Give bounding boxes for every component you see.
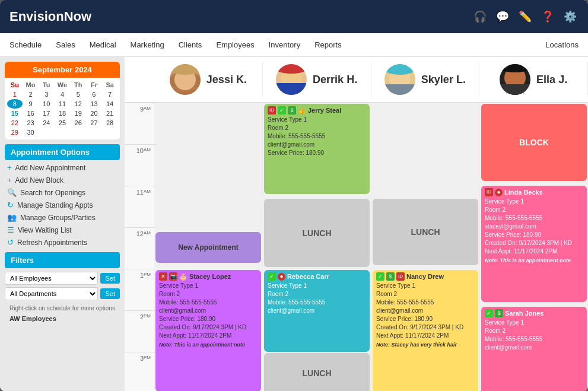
cal-day-15[interactable]: 15 xyxy=(7,109,23,118)
staff-col-jessi: Jessi K. xyxy=(154,62,263,97)
email: staceyl@gmail.com xyxy=(485,222,583,231)
calendar-week1: 1 2 3 4 5 6 7 xyxy=(7,90,117,99)
appt-linda-becks[interactable]: ID ● Linda Becks Service Type 1 Room 2 M… xyxy=(481,186,587,302)
cal-day[interactable]: 18 xyxy=(55,109,70,118)
client-name: Sarah Jones xyxy=(505,310,543,317)
nav-clients[interactable]: Clients xyxy=(179,36,202,54)
price: Service Price: 180.90 xyxy=(159,315,258,323)
appt-rebecca-carr[interactable]: ✓ ● Rebecca Carr Service Type 1 Room 2 M… xyxy=(264,270,370,352)
manage-standing-option[interactable]: ↻ Manage Standing Appts xyxy=(0,199,125,211)
appt-sarah-jones[interactable]: ✓ $ Sarah Jones Service Type 1 Room 2 Mo… xyxy=(481,307,587,391)
question-icon[interactable]: ❓ xyxy=(539,8,556,25)
cal-day[interactable]: 4 xyxy=(55,90,70,99)
refresh-option[interactable]: ↺ Refresh Appointments xyxy=(0,236,125,249)
sidebar: September 2024 Su Mo Tu We Th Fr Sa 1 2 xyxy=(0,57,125,391)
chat-icon[interactable]: 💬 xyxy=(494,8,511,25)
view-waiting-option[interactable]: ☰ View Waiting List xyxy=(0,224,125,236)
client-name: Linda Becks xyxy=(504,189,543,196)
cal-day[interactable]: 19 xyxy=(71,109,86,118)
appt-jerry-steal[interactable]: ID ✓ $ 👍 Jerry Steal Service Type 1 Room… xyxy=(264,104,370,194)
next-appt: Next Appt: 11/17/2024 2PM xyxy=(376,332,475,340)
department-filter-set-button[interactable]: Set xyxy=(100,288,120,299)
price: Service Price: 180.90 xyxy=(485,231,583,239)
cal-day[interactable]: 22 xyxy=(7,118,23,128)
nav-reports[interactable]: Reports xyxy=(314,36,342,54)
nav-medical[interactable]: Medical xyxy=(90,36,116,54)
id-icon: ID xyxy=(396,272,405,281)
employee-filter-set-button[interactable]: Set xyxy=(100,273,120,284)
staff-col-2: LUNCH ✓ $ ID Nancy Drew Service Typ xyxy=(371,103,480,391)
aw-employees-label: AW Employees xyxy=(5,314,120,323)
price: Service Price: 180.90 xyxy=(376,315,475,323)
green-check-icon: ✓ xyxy=(376,272,384,281)
cal-day[interactable]: 10 xyxy=(39,99,54,109)
cal-day[interactable]: 2 xyxy=(23,90,39,99)
cal-day[interactable]: 1 xyxy=(7,90,23,99)
manage-groups-label: Manage Groups/Parties xyxy=(20,214,96,222)
cal-day[interactable]: 21 xyxy=(102,109,117,118)
cal-day[interactable]: 13 xyxy=(87,99,102,109)
nav-sales[interactable]: Sales xyxy=(56,36,75,54)
headset-icon[interactable]: 🎧 xyxy=(472,8,488,25)
staff-name-jessi: Jessi K. xyxy=(206,74,247,86)
nav-locations[interactable]: Locations xyxy=(545,36,579,54)
staff-col-ella: Ella J. xyxy=(479,62,588,97)
add-new-block-option[interactable]: + Add New Block xyxy=(0,174,125,186)
edit-icon[interactable]: ✏️ xyxy=(517,8,533,25)
next-appt: Next Appt: 11/17/2024 2PM xyxy=(159,332,258,340)
manage-groups-option[interactable]: 👥 Manage Groups/Parties xyxy=(0,211,125,224)
add-new-appointment-label: Add New Appointment xyxy=(15,164,86,172)
department-filter-select[interactable]: All Departments xyxy=(5,287,98,300)
cal-day-8[interactable]: 8 xyxy=(7,99,23,109)
email: client@gmail.com xyxy=(268,141,366,149)
cal-day[interactable]: 20 xyxy=(87,109,102,118)
cal-day[interactable]: 30 xyxy=(23,128,39,137)
appt-stacey-lopez[interactable]: ✕ 📷 🎂 Stacey Lopez Service Type 1 Room 2… xyxy=(155,270,261,391)
appt-new-appointment[interactable]: New Appointment xyxy=(155,232,261,263)
calendar-grid: Su Mo Tu We Th Fr Sa 1 2 3 4 5 6 xyxy=(5,78,120,139)
nav-schedule[interactable]: Schedule xyxy=(9,36,42,54)
cal-day[interactable]: 3 xyxy=(39,90,54,99)
appt-header: ✕ 📷 🎂 Stacey Lopez xyxy=(159,272,258,281)
nav-marketing[interactable]: Marketing xyxy=(131,36,164,54)
view-waiting-label: View Waiting List xyxy=(18,226,72,234)
employee-filter-select[interactable]: All Employees xyxy=(5,272,98,285)
search-openings-option[interactable]: 🔍 Search for Openings xyxy=(0,186,125,199)
created: Created On: 9/17/2024 3PM | KD xyxy=(159,323,258,332)
time-12pm: 12AM xyxy=(125,227,154,269)
cal-day[interactable]: 17 xyxy=(39,109,54,118)
cal-day[interactable]: 24 xyxy=(39,118,54,128)
manage-standing-label: Manage Standing Appts xyxy=(17,201,93,209)
id-icon: ID xyxy=(268,106,276,115)
cal-day[interactable]: 6 xyxy=(87,90,102,99)
thumb-icon: 👍 xyxy=(298,107,306,115)
appt-nancy-drew[interactable]: ✓ $ ID Nancy Drew Service Type 1 Room 2 … xyxy=(373,270,478,391)
main-layout: September 2024 Su Mo Tu We Th Fr Sa 1 2 xyxy=(0,57,588,391)
appt-body: Service Type 1 Room 2 Mobile: 555-555-55… xyxy=(159,282,258,349)
cal-day[interactable]: 14 xyxy=(102,99,117,109)
gear-icon[interactable]: ⚙️ xyxy=(562,8,579,25)
staff-col-3: BLOCK ID ● Linda Becks Service Type 1 xyxy=(480,103,588,391)
add-new-appointment-option[interactable]: + Add New Appointment xyxy=(0,161,125,174)
cal-day[interactable]: 16 xyxy=(23,109,39,118)
cal-day[interactable]: 23 xyxy=(23,118,39,128)
cal-day[interactable]: 27 xyxy=(87,118,102,128)
time-column: 9AM 10AM 11AM 12AM 1PM 2PM 3PM 4PM 5PM 6… xyxy=(125,103,154,391)
department-filter-row: All Departments Set xyxy=(5,287,120,300)
columns-container: New Appointment ✕ 📷 🎂 Stacey Lopez xyxy=(154,103,588,391)
cal-day[interactable]: 12 xyxy=(71,99,86,109)
cal-day[interactable]: 29 xyxy=(7,128,23,137)
nav-inventory[interactable]: Inventory xyxy=(269,36,300,54)
cal-day[interactable]: 5 xyxy=(71,90,86,99)
cal-day[interactable]: 7 xyxy=(102,90,117,99)
cal-day[interactable]: 9 xyxy=(23,99,39,109)
staff-header: Jessi K. Derrik H. xyxy=(125,57,588,103)
cal-day[interactable]: 11 xyxy=(55,99,70,109)
cal-day[interactable]: 25 xyxy=(55,118,70,128)
cal-day[interactable]: 26 xyxy=(71,118,86,128)
cal-day[interactable]: 28 xyxy=(102,118,117,128)
nav-employees[interactable]: Employees xyxy=(216,36,254,54)
room: Room 2 xyxy=(159,290,258,298)
appt-body: Service Type 1 Room 2 Mobile: 555-555-55… xyxy=(268,116,366,157)
appt-header: ID ● Linda Becks xyxy=(485,188,583,196)
